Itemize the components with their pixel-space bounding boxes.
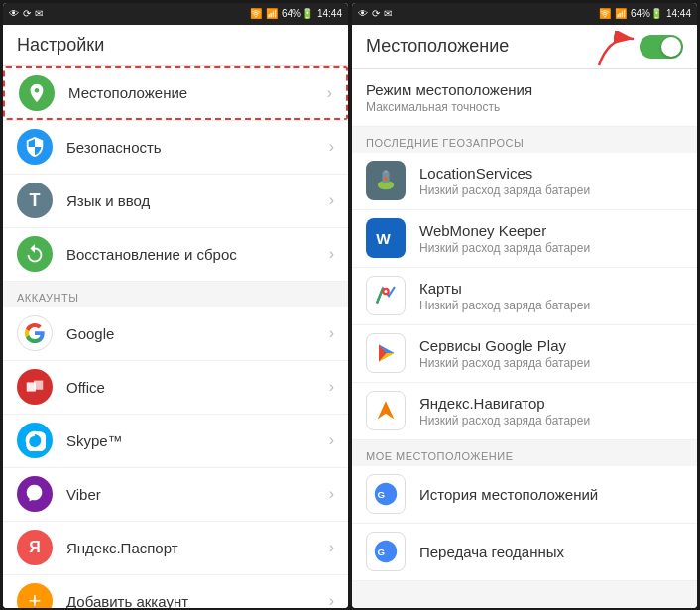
svg-text:G: G — [378, 489, 386, 500]
webmoney-item[interactable]: W WebMoney Keeper Низкий расход заряда б… — [352, 210, 697, 268]
right-screen-wrapper: 👁 ⟳ ✉ 🛜 📶 64%🔋 14:44 Местоположение — [352, 3, 697, 608]
restore-icon — [17, 236, 53, 272]
svg-point-12 — [385, 290, 388, 293]
restore-item-text: Восстановление и сброс — [66, 246, 329, 263]
location-toggle[interactable] — [640, 35, 683, 59]
restore-chevron: › — [329, 245, 334, 263]
yandex-nav-text: Яндекс.Навигатор Низкий расход заряда ба… — [419, 395, 683, 427]
restore-title: Восстановление и сброс — [66, 246, 329, 263]
language-item[interactable]: T Язык и ввод › — [3, 175, 348, 228]
yandex-account-text: Яндекс.Паспорт — [66, 540, 329, 556]
battery-label: 64%🔋 — [282, 8, 313, 19]
skype-account-item[interactable]: Skype™ › — [3, 415, 348, 468]
svg-text:W: W — [376, 230, 391, 247]
google-play-text: Сервисы Google Play Низкий расход заряда… — [419, 337, 683, 370]
google-play-icon — [366, 333, 406, 373]
yandex-nav-item[interactable]: Яндекс.Навигатор Низкий расход заряда ба… — [352, 383, 697, 440]
skype-account-text: Skype™ — [66, 432, 329, 449]
left-screen-content: Местоположение › Безопасность › — [3, 66, 348, 608]
right-status-bar: 👁 ⟳ ✉ 🛜 📶 64%🔋 14:44 — [352, 3, 697, 25]
office-account-title: Office — [66, 379, 329, 396]
google-play-item[interactable]: Сервисы Google Play Низкий расход заряда… — [352, 325, 697, 383]
security-item[interactable]: Безопасность › — [3, 121, 348, 175]
svg-rect-10 — [371, 281, 401, 310]
refresh-icon: ⟳ — [23, 8, 31, 19]
yandex-account-item[interactable]: Я Яндекс.Паспорт › — [3, 522, 348, 575]
maps-item[interactable]: Карты Низкий расход заряда батареи — [352, 268, 697, 325]
yandex-icon: Я — [17, 530, 53, 565]
language-icon: T — [17, 183, 53, 218]
email-icon: ✉ — [35, 8, 43, 19]
svg-text:G: G — [378, 547, 386, 557]
viber-account-item[interactable]: Viber › — [3, 468, 348, 522]
history-icon: G — [366, 474, 406, 514]
geodata-item[interactable]: G Передача геоданных — [352, 524, 697, 581]
add-chevron: › — [329, 592, 334, 608]
left-screen: 👁 ⟳ ✉ 🛜 📶 64%🔋 14:44 Настройки — [3, 3, 348, 608]
left-status-icons: 👁 ⟳ ✉ — [9, 8, 43, 19]
viber-icon — [17, 476, 53, 512]
office-chevron: › — [329, 378, 334, 396]
google-play-subtitle: Низкий расход заряда батареи — [419, 356, 683, 370]
yandex-chevron: › — [329, 539, 334, 556]
right-status-icons: 🛜 📶 64%🔋 14:44 — [250, 8, 342, 19]
add-account-title: Добавить аккаунт — [66, 593, 329, 608]
google-account-title: Google — [66, 325, 329, 342]
security-item-text: Безопасность — [66, 139, 329, 156]
viber-account-text: Viber — [66, 486, 329, 503]
right-wifi-icon: 🛜 — [599, 8, 611, 19]
language-item-text: Язык и ввод — [66, 192, 329, 209]
yandex-nav-icon — [366, 391, 406, 430]
right-screen: 👁 ⟳ ✉ 🛜 📶 64%🔋 14:44 Местоположение — [352, 3, 697, 608]
location-services-item[interactable]: LocationServices Низкий расход заряда ба… — [352, 153, 697, 210]
language-chevron: › — [329, 191, 334, 209]
left-screen-header: Настройки — [3, 25, 348, 66]
maps-subtitle: Низкий расход заряда батареи — [419, 299, 683, 312]
office-account-item[interactable]: Office › — [3, 361, 348, 415]
right-refresh-icon: ⟳ — [372, 8, 380, 19]
eye-icon: 👁 — [9, 8, 19, 19]
wifi-icon: 🛜 — [250, 8, 262, 19]
maps-icon — [366, 276, 406, 315]
right-signal-icon: 📶 — [615, 8, 627, 19]
right-time-label: 14:44 — [666, 8, 691, 19]
history-item[interactable]: G История местоположений — [352, 466, 697, 524]
language-title: Язык и ввод — [66, 192, 329, 209]
svg-rect-5 — [384, 171, 388, 173]
screens-container: 👁 ⟳ ✉ 🛜 📶 64%🔋 14:44 Настройки — [3, 3, 697, 608]
right-screen-title: Местоположение — [366, 36, 509, 57]
geo-section-header: ПОСЛЕДНИЕ ГЕОЗАПРОСЫ — [352, 127, 697, 153]
location-mode-subtitle: Максимальная точность — [366, 100, 683, 114]
restore-item[interactable]: Восстановление и сброс › — [3, 228, 348, 282]
add-icon: + — [17, 583, 53, 608]
location-icon — [19, 75, 55, 111]
right-screen-content: Режим местоположения Максимальная точнос… — [352, 69, 697, 608]
svg-rect-1 — [34, 381, 43, 390]
right-screen-header: Местоположение — [352, 25, 697, 69]
office-account-text: Office — [66, 379, 329, 396]
location-item-title: Местоположение — [68, 84, 327, 101]
accounts-section-header: АККАУНТЫ — [3, 282, 348, 307]
webmoney-subtitle: Низкий расход заряда батареи — [419, 241, 683, 255]
location-services-text: LocationServices Низкий расход заряда ба… — [419, 165, 683, 197]
location-item[interactable]: Местоположение › — [3, 66, 348, 120]
security-icon — [17, 129, 53, 165]
add-account-item[interactable]: + Добавить аккаунт › — [3, 575, 348, 608]
skype-icon — [17, 423, 53, 458]
skype-chevron: › — [329, 431, 334, 449]
signal-icon: 📶 — [266, 8, 278, 19]
right-status-left-icons: 👁 ⟳ ✉ — [358, 8, 392, 19]
time-label: 14:44 — [317, 8, 342, 19]
location-mode-item[interactable]: Режим местоположения Максимальная точнос… — [352, 69, 697, 127]
location-services-icon — [366, 161, 406, 200]
webmoney-icon: W — [366, 218, 406, 258]
google-account-text: Google — [66, 325, 329, 342]
viber-chevron: › — [329, 485, 334, 503]
google-icon — [17, 315, 53, 351]
location-services-subtitle: Низкий расход заряда батареи — [419, 183, 683, 197]
google-account-item[interactable]: Google › — [3, 307, 348, 361]
office-icon — [17, 369, 53, 405]
location-services-title: LocationServices — [419, 165, 683, 182]
left-status-bar: 👁 ⟳ ✉ 🛜 📶 64%🔋 14:44 — [3, 3, 348, 25]
right-eye-icon: 👁 — [358, 8, 368, 19]
